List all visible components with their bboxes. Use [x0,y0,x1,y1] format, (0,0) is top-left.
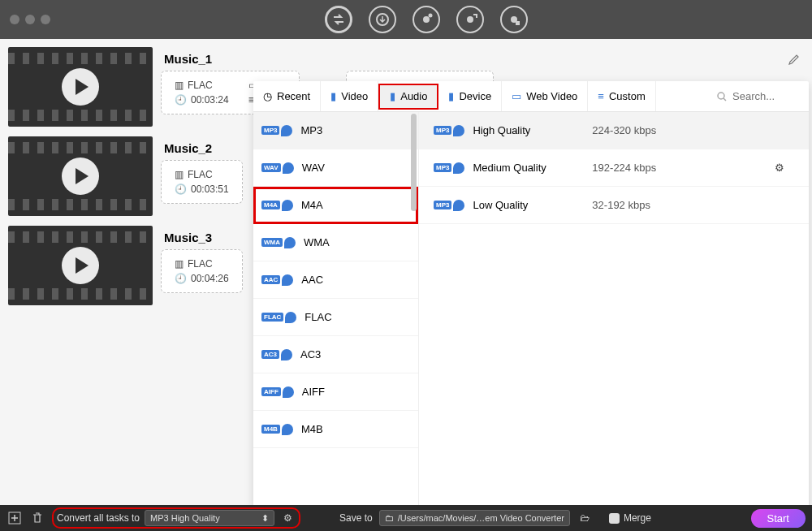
folder-icon: 🗀 [385,513,394,523]
start-button[interactable]: Start [751,509,806,528]
format-item-m4a[interactable]: M4AM4A [253,187,418,224]
tab-audio[interactable]: ▮ Audio [378,84,438,110]
task-title: Music_3 [164,231,212,244]
play-icon [62,68,99,106]
merge-checkbox[interactable] [609,513,620,524]
tab-video[interactable]: ▮ Video [321,81,378,111]
video-thumbnail[interactable] [8,226,153,305]
format-item-wma[interactable]: WMAWMA [253,224,418,261]
play-icon [62,158,99,195]
video-thumbnail[interactable] [8,47,153,127]
tab-web-video[interactable]: ▭ Web Video [502,81,588,111]
open-folder-icon[interactable]: 🗁 [577,510,593,526]
task-title: Music_1 [164,52,212,66]
format-picker-panel: ◷ Recent ▮ Video ▮ Audio ▮ Device ▭ Web … [253,81,809,508]
convert-mode-icon[interactable] [325,6,352,33]
quality-list: MP3High Quality 224-320 kbps MP3Medium Q… [419,112,809,508]
titlebar [0,0,812,39]
format-list: MP3MP3 WAVWAV M4AM4A WMAWMA AACAAC FLACF… [253,112,419,508]
svg-point-1 [423,16,430,23]
svg-point-3 [467,16,473,23]
convert-all-highlight: Convert all tasks to MP3 High Quality⬍ ⚙ [52,507,300,529]
close-window[interactable] [10,15,19,24]
svg-point-6 [718,93,724,99]
source-info: ▥ FLAC 🕘 00:04:26 [161,249,243,293]
add-task-icon[interactable] [6,510,23,526]
minimize-window[interactable] [25,15,35,24]
scrollbar[interactable] [411,114,417,211]
svg-rect-5 [516,21,520,25]
format-search[interactable] [705,90,809,102]
search-input[interactable] [732,90,797,102]
format-item-wav[interactable]: WAVWAV [253,149,418,187]
save-path-field[interactable]: 🗀 /Users/mac/Movies/…em Video Converter [379,510,570,526]
tab-device[interactable]: ▮ Device [438,81,502,111]
format-item-flac[interactable]: FLACFLAC [253,299,418,336]
format-category-tabs: ◷ Recent ▮ Video ▮ Audio ▮ Device ▭ Web … [253,81,809,112]
tab-recent[interactable]: ◷ Recent [253,81,321,111]
format-item-aac[interactable]: AACAAC [253,261,418,299]
maximize-window[interactable] [41,15,50,24]
tab-custom[interactable]: ≡ Custom [588,81,655,111]
search-icon [716,91,728,102]
merge-mode-icon[interactable] [456,6,484,33]
quality-high[interactable]: MP3High Quality 224-320 kbps [419,112,809,149]
play-icon [62,247,99,284]
convert-all-dropdown[interactable]: MP3 High Quality⬍ [145,510,274,526]
convert-all-label: Convert all tasks to [57,512,140,524]
tools-mode-icon[interactable] [500,6,528,33]
merge-toggle[interactable]: Merge [609,512,651,524]
download-mode-icon[interactable] [369,6,396,33]
format-item-ac3[interactable]: AC3AC3 [253,336,418,373]
edit-mode-icon[interactable] [412,6,440,33]
window-controls [10,15,50,24]
convert-settings-icon[interactable]: ⚙ [279,510,296,526]
svg-point-2 [429,14,433,18]
format-item-aiff[interactable]: AIFFAIFF [253,373,418,411]
footer-bar: Convert all tasks to MP3 High Quality⬍ ⚙… [0,505,812,531]
rename-icon[interactable] [788,53,801,66]
source-info: ▥ FLAC 🕘 00:03:51 [161,160,243,204]
save-to-label: Save to [339,512,373,524]
quality-low[interactable]: MP3Low Quality 32-192 kbps [419,187,809,224]
gear-icon[interactable]: ⚙ [775,162,794,174]
format-item-mp3[interactable]: MP3MP3 [253,112,418,149]
format-item-m4b[interactable]: M4BM4B [253,411,418,448]
top-toolbar [325,6,528,33]
delete-task-icon[interactable] [29,510,45,526]
quality-medium[interactable]: MP3Medium Quality 192-224 kbps ⚙ [419,149,809,187]
video-thumbnail[interactable] [8,136,153,216]
task-title: Music_2 [164,141,212,155]
